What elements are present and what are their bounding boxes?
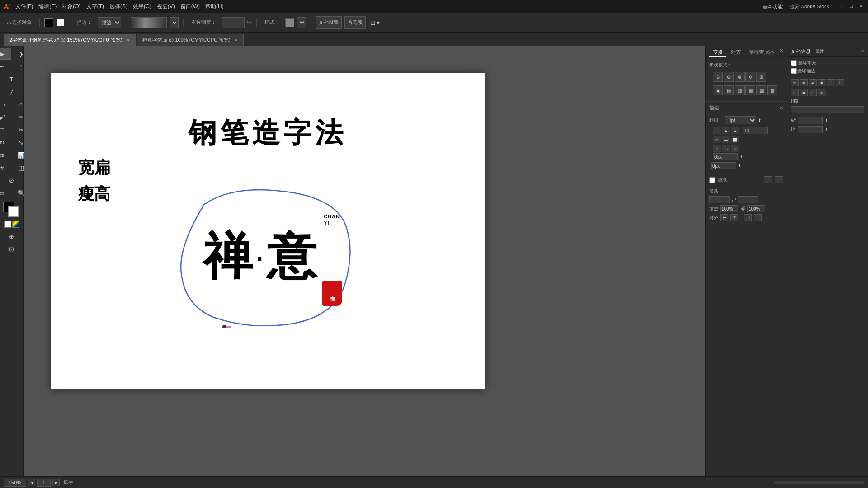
- tab1-close[interactable]: ✕: [126, 38, 130, 42]
- arrow-swap[interactable]: ⇄: [731, 197, 736, 203]
- stroke-select[interactable]: 描边: [98, 17, 121, 28]
- arrow-scale-start[interactable]: [720, 205, 738, 212]
- url-input[interactable]: [791, 106, 864, 113]
- mesh-tool[interactable]: #: [0, 162, 11, 174]
- offset-input[interactable]: [713, 153, 738, 160]
- cap-round[interactable]: ▬: [722, 136, 730, 143]
- pathfinder-btn6[interactable]: ▨: [767, 85, 777, 95]
- page-input[interactable]: [37, 479, 51, 487]
- paintbrush-tool[interactable]: 🖌: [0, 111, 11, 123]
- expand-btn[interactable]: ⊞: [756, 72, 766, 82]
- round-dash-btn[interactable]: ⋯: [764, 176, 772, 183]
- weight-stepper[interactable]: ⬆: [758, 118, 762, 122]
- style-dropdown[interactable]: ▾: [297, 17, 306, 28]
- img-opt-btn4[interactable]: ▧: [818, 89, 826, 96]
- first-option-button[interactable]: 首选项: [344, 16, 366, 29]
- tab-file1[interactable]: 2字体设计钢笔造字.ai* @ 150% (CMYK/GPU 预览) ✕: [4, 34, 136, 46]
- type-tool[interactable]: T: [3, 73, 21, 85]
- zoom-prev[interactable]: ◀: [28, 479, 35, 486]
- attributes-tab[interactable]: 属性: [815, 48, 824, 55]
- rect-tool[interactable]: ▭: [0, 99, 11, 110]
- arrange-icon[interactable]: ⊞: [370, 19, 376, 26]
- menu-effect[interactable]: 效果(C): [133, 3, 151, 10]
- img-map-btn5[interactable]: ⊞: [827, 79, 835, 86]
- selection-tool[interactable]: ▶: [0, 48, 11, 60]
- close-button[interactable]: ✕: [858, 3, 864, 9]
- offset-arrow[interactable]: ⬆: [740, 155, 743, 159]
- scale-lock[interactable]: 🔗: [740, 206, 745, 211]
- square-dash-btn[interactable]: ⋯: [775, 176, 783, 183]
- cap-butt[interactable]: ▭: [713, 136, 721, 143]
- align-extend-end-btn[interactable]: ⊣: [744, 214, 752, 221]
- pen-tool[interactable]: ✒: [0, 61, 11, 72]
- canvas-area[interactable]: 钢笔造字法 宽扁 瘦高 禅 · 意 CHAN YI: [24, 46, 705, 476]
- menu-help[interactable]: 帮助(H): [205, 3, 224, 10]
- menu-edit[interactable]: 编辑(E): [38, 3, 57, 10]
- artboard-tool[interactable]: ⊡: [3, 243, 21, 255]
- pathfinder-btn3[interactable]: ▥: [735, 85, 745, 95]
- eyedropper-tool[interactable]: ⊘: [3, 174, 21, 186]
- width-arrow[interactable]: ⬆: [825, 118, 828, 123]
- transform-panel-close[interactable]: ✕: [779, 48, 783, 57]
- distribute-icon[interactable]: ▾: [377, 19, 380, 26]
- img-map-btn1[interactable]: ▭: [791, 79, 799, 86]
- stroke-dropdown[interactable]: ▾: [170, 17, 179, 28]
- tab-file2[interactable]: 禅意字体.ai @ 100% (CMYK/GPU 预览) ✕: [137, 34, 244, 46]
- stroke-align-outside[interactable]: ⊐: [731, 127, 739, 134]
- dash-arrow[interactable]: ⬆: [738, 164, 741, 168]
- arrow-start-input[interactable]: [709, 196, 730, 203]
- doc-setup-button[interactable]: 文档设置: [316, 16, 342, 29]
- unite-btn[interactable]: ⊕: [713, 72, 723, 82]
- blend-tool[interactable]: ∞: [0, 187, 11, 199]
- pathfinder-btn1[interactable]: ▣: [713, 85, 723, 95]
- dash-input[interactable]: [711, 162, 736, 169]
- tab-pathfinder[interactable]: 路径查找器: [745, 48, 778, 57]
- weight-select[interactable]: 1pt: [725, 116, 756, 124]
- img-map-btn2[interactable]: ⊠: [800, 79, 808, 86]
- img-map-btn6[interactable]: ⊟: [836, 79, 844, 86]
- align-extend-btn[interactable]: ⊢: [720, 214, 728, 221]
- warp-tool[interactable]: ≋: [0, 149, 11, 161]
- intersect-btn[interactable]: ⊗: [735, 72, 745, 82]
- exclude-btn[interactable]: ⊘: [745, 72, 755, 82]
- gradient-color[interactable]: [12, 221, 19, 228]
- doc-info-close[interactable]: ✕: [861, 49, 864, 54]
- stroke-tab[interactable]: 描边: [709, 104, 719, 111]
- join-bevel[interactable]: ◹: [731, 145, 739, 152]
- menu-select[interactable]: 选择(S): [109, 3, 127, 10]
- eraser-tool[interactable]: ◻: [0, 124, 11, 136]
- limit-input[interactable]: [743, 127, 768, 134]
- overprint-checkbox[interactable]: [791, 60, 797, 66]
- symbol-tools[interactable]: ⊕: [3, 230, 21, 242]
- img-opt-btn1[interactable]: ◻: [791, 89, 799, 96]
- none-color[interactable]: [4, 221, 11, 228]
- style-swatch[interactable]: [285, 18, 294, 27]
- menu-file[interactable]: 文件(F): [15, 3, 33, 10]
- rotate-tool[interactable]: ↻: [0, 136, 11, 148]
- menu-text[interactable]: 文字(T): [86, 3, 104, 10]
- join-miter[interactable]: ◸: [713, 145, 721, 152]
- overprint-stroke-checkbox[interactable]: [791, 68, 797, 74]
- img-opt-btn3[interactable]: ⊡: [809, 89, 817, 96]
- stroke-align-inside[interactable]: ⊏: [722, 127, 730, 134]
- stroke-align-center[interactable]: |: [713, 127, 721, 134]
- opacity-input[interactable]: 100: [222, 17, 245, 28]
- pathfinder-btn2[interactable]: ▤: [724, 85, 734, 95]
- img-opt-btn2[interactable]: ◼: [800, 89, 808, 96]
- arrow-end-input[interactable]: [738, 196, 758, 203]
- align-tip-btn[interactable]: ⊤: [730, 214, 738, 221]
- stroke-panel-close[interactable]: ✕: [779, 105, 783, 110]
- menu-window[interactable]: 窗口(W): [180, 3, 200, 10]
- stroke-box[interactable]: [8, 206, 19, 217]
- tab-transform[interactable]: 变换: [709, 48, 726, 57]
- maximize-button[interactable]: □: [848, 3, 854, 9]
- stroke-color[interactable]: [57, 19, 64, 26]
- search-label[interactable]: 搜索 Adobe Stock: [790, 3, 829, 10]
- width-input[interactable]: [798, 117, 823, 124]
- menu-bar[interactable]: 文件(F) 编辑(E) 对象(O) 文字(T) 选择(S) 效果(C) 视图(V…: [15, 3, 224, 10]
- cap-square[interactable]: ⬜: [731, 136, 739, 143]
- fill-color[interactable]: [44, 18, 53, 27]
- menu-view[interactable]: 视图(V): [157, 3, 175, 10]
- zoom-input[interactable]: [4, 479, 26, 487]
- arrow-scale-end[interactable]: [747, 205, 765, 212]
